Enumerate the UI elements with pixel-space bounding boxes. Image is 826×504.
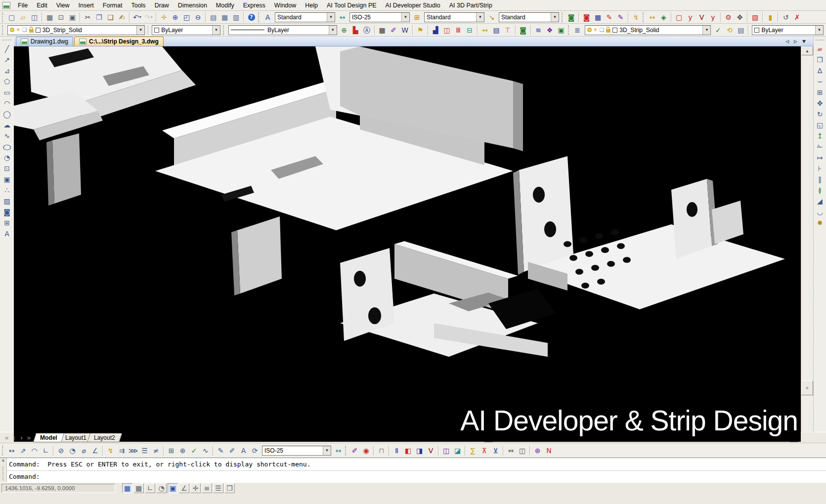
ai-punch-ii-button[interactable]: Ⅱ (391, 445, 402, 456)
doc-tab-next-button[interactable]: ▹ (791, 37, 800, 45)
circle-button[interactable]: ◯ (1, 109, 13, 120)
offset-button[interactable]: ∽ (814, 76, 826, 87)
model-toggle-button[interactable]: ❐ (224, 483, 235, 493)
dim-angular-button[interactable]: ∠ (89, 445, 101, 456)
menu-insert[interactable]: Insert (74, 0, 98, 10)
table-style-dropdown-icon[interactable]: ▼ (476, 13, 484, 22)
menu-window[interactable]: Window (270, 0, 301, 10)
ai-move-point-button[interactable]: ✥ (734, 12, 745, 23)
scale-button[interactable]: ◱ (814, 120, 826, 130)
lwt-toggle-button[interactable]: ☰ (213, 483, 223, 493)
ai-split-1-button[interactable]: y (685, 12, 696, 23)
ai-magic-pencil-button[interactable]: ✐ (388, 25, 399, 36)
dim-style-dialog-button[interactable]: ↔ (333, 445, 344, 456)
table-style-combo[interactable]: Standard ▼ (424, 12, 484, 22)
color2-combo-dropdown-icon[interactable]: ▼ (815, 26, 823, 35)
mleader-style-dropdown-icon[interactable]: ▼ (551, 13, 559, 22)
layer2-combo-dropdown-icon[interactable]: ▼ (702, 26, 710, 35)
ai-column-button[interactable]: ▮ (765, 12, 776, 23)
color-combo[interactable]: ByLayer ▼ (152, 25, 220, 35)
ai-grid-button[interactable]: ▦ (377, 25, 388, 36)
menu-dimension[interactable]: Dimension (174, 0, 212, 10)
new-button[interactable]: ▢ (6, 12, 17, 23)
dim-style-bottom-dropdown-icon[interactable]: ▼ (323, 446, 331, 455)
osnap-toggle-button[interactable]: ▣ (168, 483, 178, 493)
dim-continue-button[interactable]: ⋙ (128, 445, 139, 456)
close-icon[interactable]: × (0, 459, 6, 464)
zoom-realtime-button[interactable]: ⊕ (170, 12, 181, 23)
model-viewport[interactable]: AI Developer & Strip Design (14, 46, 801, 442)
ai-punch-iz-button[interactable]: ◧ (402, 445, 414, 456)
polyline-button[interactable]: ⊿ (1, 65, 13, 76)
ai-punch-v-button[interactable]: Ⅴ (425, 445, 436, 456)
arc-button[interactable]: ◠ (1, 98, 13, 109)
command-input-line[interactable]: Command: (7, 471, 826, 482)
make-block-button[interactable]: ▣ (1, 174, 13, 185)
ortho-toggle-button[interactable]: ∟ (145, 483, 155, 493)
stretch-button[interactable]: ↥ (814, 130, 826, 141)
ai-strip-step-button[interactable]: ⊓ (376, 445, 387, 456)
help-button[interactable]: ? (246, 12, 257, 23)
ducs-toggle-button[interactable]: ✛ (190, 483, 201, 493)
ai-dwg-export-button[interactable]: ◙ (518, 25, 529, 36)
layer-previous-button[interactable]: ⟲ (724, 25, 735, 36)
tolerance-button[interactable]: ⊞ (166, 445, 177, 456)
doc-tab-strip-design-3[interactable]: C:\...\Strip Design_3.dwg (74, 37, 164, 46)
mirror-button[interactable]: ∆ (814, 65, 826, 76)
ai-part-table-button[interactable]: ▦ (592, 12, 604, 23)
ai-w-block-button[interactable]: W (399, 25, 411, 36)
ai-flash-button[interactable]: ↯ (630, 12, 642, 23)
point-button[interactable]: ∴ (1, 185, 13, 196)
ai-edit-punch-button[interactable]: ✎ (604, 12, 615, 23)
dim-jogged-button[interactable]: ◔ (67, 445, 78, 456)
menu-format[interactable]: Format (98, 0, 127, 10)
menu-tools[interactable]: Tools (127, 0, 150, 10)
ai-keypad-button[interactable]: ⊟ (464, 25, 476, 36)
move-button[interactable]: ✥ (814, 98, 826, 109)
dim-aligned-button[interactable]: ⇗ (17, 445, 29, 456)
ai-sort-button[interactable]: N (543, 445, 555, 456)
pan-button[interactable]: ✛ (158, 12, 170, 23)
dim-style-dropdown-icon[interactable]: ▼ (401, 13, 409, 22)
chamfer-button[interactable]: ◢ (814, 196, 826, 207)
linetype-combo-dropdown-icon[interactable]: ▼ (329, 26, 337, 35)
toolbar-grip[interactable] (2, 12, 4, 22)
menu-view[interactable]: View (52, 0, 74, 10)
ai-strip-viewer-button[interactable]: ◙ (565, 12, 577, 23)
color-combo-dropdown-icon[interactable]: ▼ (212, 26, 220, 35)
ai-text-button[interactable]: T (502, 25, 514, 36)
make-current-button[interactable]: ✓ (712, 25, 724, 36)
ai-strip-width-button[interactable]: ↔ (647, 12, 658, 23)
mleader-style-combo[interactable]: Standard ▼ (499, 12, 559, 22)
rectangle-button[interactable]: ▭ (1, 87, 13, 98)
line-button[interactable]: ╱ (1, 43, 13, 54)
model-tabs-next-button[interactable]: › (18, 434, 25, 442)
erase-button[interactable]: ▰ (814, 43, 826, 54)
ai-part-viewer-button[interactable]: ◙ (581, 12, 592, 23)
ai-block-red-button[interactable]: ▙ (350, 25, 361, 36)
fillet-button[interactable]: ◡ (814, 207, 826, 217)
dim-space-button[interactable]: ☰ (139, 445, 150, 456)
dim-diameter-button[interactable]: ⌀ (78, 445, 89, 456)
dim-arc-length-button[interactable]: ◠ (29, 445, 40, 456)
quick-dim-button[interactable]: ↯ (105, 445, 116, 456)
dim-radius-button[interactable]: ⊘ (55, 445, 67, 456)
dim-text-angle-button[interactable]: A (238, 445, 249, 456)
model-tabs-last-button[interactable]: » (25, 434, 33, 442)
ai-punch-frame-button[interactable]: ▢ (673, 12, 685, 23)
ai-die-t-button[interactable]: ◪ (452, 445, 463, 456)
doc-tab-prev-button[interactable]: ◃ (783, 37, 791, 45)
menu-edit[interactable]: Edit (32, 0, 52, 10)
revcloud-button[interactable]: ☁ (1, 120, 13, 130)
trim-button[interactable]: ✁ (814, 141, 826, 152)
ai-frame-2-button[interactable]: ▧ (749, 12, 761, 23)
grid-toggle-button[interactable]: ▦ (133, 483, 144, 493)
designcenter-button[interactable]: ▦ (219, 12, 230, 23)
ai-gap-button[interactable]: ⇔ (505, 445, 517, 456)
ai-dim-arrow-button[interactable]: ↔ (479, 25, 491, 36)
break-button[interactable]: ∥ (814, 174, 826, 185)
ai-delete-frame-button[interactable]: ✗ (791, 12, 803, 23)
ai-lasso-button[interactable]: ↺ (780, 12, 791, 23)
table-style-button[interactable]: ⊞ (411, 12, 423, 23)
ai-import-button[interactable]: ⊕ (339, 25, 350, 36)
